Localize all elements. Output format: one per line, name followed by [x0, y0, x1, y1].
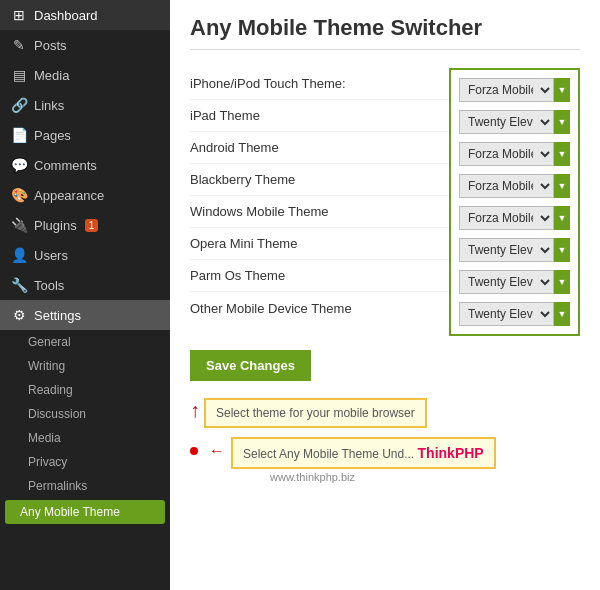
theme-labels: iPhone/iPod Touch Theme: iPad Theme Andr… — [190, 68, 449, 336]
opera-arrow-btn[interactable]: ▼ — [554, 238, 570, 262]
plugins-badge: 1 — [85, 219, 99, 232]
sidebar-item-comments[interactable]: 💬 Comments — [0, 150, 170, 180]
submenu-discussion[interactable]: Discussion — [0, 402, 170, 426]
select-android: Forza Mobile Twenty Eleven Default ▼ — [459, 140, 570, 168]
tools-icon: 🔧 — [10, 277, 28, 293]
sidebar-item-label: Settings — [34, 308, 81, 323]
android-arrow-btn[interactable]: ▼ — [554, 142, 570, 166]
select-ipad: Twenty Eleven Forza Mobile Default ▼ — [459, 108, 570, 136]
submenu-privacy[interactable]: Privacy — [0, 450, 170, 474]
theme-label-iphone: iPhone/iPod Touch Theme: — [190, 68, 449, 100]
sidebar-item-label: Links — [34, 98, 64, 113]
windows-theme-select[interactable]: Forza Mobile Twenty Eleven Default — [459, 206, 554, 230]
appearance-icon: 🎨 — [10, 187, 28, 203]
red-dot-icon — [190, 447, 198, 455]
sidebar-item-posts[interactable]: ✎ Posts — [0, 30, 170, 60]
brand-label: ThinkPHP — [418, 445, 484, 461]
sidebar-item-label: Posts — [34, 38, 67, 53]
blackberry-theme-select[interactable]: Forza Mobile Twenty Eleven Default — [459, 174, 554, 198]
plugins-icon: 🔌 — [10, 217, 28, 233]
main-content: Any Mobile Theme Switcher iPhone/iPod To… — [170, 0, 600, 590]
settings-icon: ⚙ — [10, 307, 28, 323]
posts-icon: ✎ — [10, 37, 28, 53]
sidebar-item-label: Plugins — [34, 218, 77, 233]
select-windows: Forza Mobile Twenty Eleven Default ▼ — [459, 204, 570, 232]
pages-icon: 📄 — [10, 127, 28, 143]
sidebar-item-label: Tools — [34, 278, 64, 293]
links-icon: 🔗 — [10, 97, 28, 113]
theme-selects-group: Forza Mobile Twenty Eleven Default ▼ Twe… — [449, 68, 580, 336]
select-other: Twenty Eleven Forza Mobile Default ▼ — [459, 300, 570, 328]
sidebar-item-dashboard[interactable]: ⊞ Dashboard — [0, 0, 170, 30]
theme-label-ipad: iPad Theme — [190, 100, 449, 132]
opera-theme-select[interactable]: Twenty Eleven Forza Mobile Default — [459, 238, 554, 262]
page-title: Any Mobile Theme Switcher — [190, 15, 580, 50]
sidebar: ⊞ Dashboard ✎ Posts ▤ Media 🔗 Links 📄 Pa… — [0, 0, 170, 590]
sidebar-item-label: Pages — [34, 128, 71, 143]
sidebar-item-media[interactable]: ▤ Media — [0, 60, 170, 90]
iphone-theme-select[interactable]: Forza Mobile Twenty Eleven Default — [459, 78, 554, 102]
annotation-area: ↑ Select theme for your mobile browser ←… — [190, 393, 580, 483]
submenu-writing[interactable]: Writing — [0, 354, 170, 378]
media-icon: ▤ — [10, 67, 28, 83]
sidebar-item-label: Appearance — [34, 188, 104, 203]
brand-url: www.thinkphp.biz — [270, 471, 580, 483]
theme-section: iPhone/iPod Touch Theme: iPad Theme Andr… — [190, 68, 580, 336]
android-theme-select[interactable]: Forza Mobile Twenty Eleven Default — [459, 142, 554, 166]
tooltip2-box: Select Any Mobile Theme Und... ThinkPHP — [231, 437, 496, 469]
tooltip1-box: Select theme for your mobile browser — [204, 398, 427, 428]
submenu-reading[interactable]: Reading — [0, 378, 170, 402]
ipad-arrow-btn[interactable]: ▼ — [554, 110, 570, 134]
select-blackberry: Forza Mobile Twenty Eleven Default ▼ — [459, 172, 570, 200]
sidebar-item-tools[interactable]: 🔧 Tools — [0, 270, 170, 300]
theme-label-parm: Parm Os Theme — [190, 260, 449, 292]
sidebar-item-settings[interactable]: ⚙ Settings — [0, 300, 170, 330]
users-icon: 👤 — [10, 247, 28, 263]
sidebar-item-appearance[interactable]: 🎨 Appearance — [0, 180, 170, 210]
sidebar-item-pages[interactable]: 📄 Pages — [0, 120, 170, 150]
theme-label-opera: Opera Mini Theme — [190, 228, 449, 260]
tooltip2-text: Select Any Mobile Theme Und... — [243, 447, 414, 461]
left-arrow-icon: ← — [209, 442, 225, 460]
iphone-arrow-btn[interactable]: ▼ — [554, 78, 570, 102]
submenu-any-mobile-theme[interactable]: Any Mobile Theme — [5, 500, 165, 524]
select-parm: Twenty Eleven Forza Mobile Default ▼ — [459, 268, 570, 296]
blackberry-arrow-btn[interactable]: ▼ — [554, 174, 570, 198]
sidebar-item-plugins[interactable]: 🔌 Plugins 1 — [0, 210, 170, 240]
sidebar-item-label: Media — [34, 68, 69, 83]
theme-label-android: Android Theme — [190, 132, 449, 164]
sidebar-item-users[interactable]: 👤 Users — [0, 240, 170, 270]
dashboard-icon: ⊞ — [10, 7, 28, 23]
windows-arrow-btn[interactable]: ▼ — [554, 206, 570, 230]
sidebar-item-label: Users — [34, 248, 68, 263]
submenu-general[interactable]: General — [0, 330, 170, 354]
tooltip1-row: ↑ Select theme for your mobile browser — [190, 393, 580, 428]
submenu-media[interactable]: Media — [0, 426, 170, 450]
parm-theme-select[interactable]: Twenty Eleven Forza Mobile Default — [459, 270, 554, 294]
sidebar-item-links[interactable]: 🔗 Links — [0, 90, 170, 120]
other-theme-select[interactable]: Twenty Eleven Forza Mobile Default — [459, 302, 554, 326]
tooltip2-row: ← Select Any Mobile Theme Und... ThinkPH… — [190, 432, 580, 469]
save-button[interactable]: Save Changes — [190, 350, 311, 381]
parm-arrow-btn[interactable]: ▼ — [554, 270, 570, 294]
select-opera: Twenty Eleven Forza Mobile Default ▼ — [459, 236, 570, 264]
theme-label-blackberry: Blackberry Theme — [190, 164, 449, 196]
submenu-permalinks[interactable]: Permalinks — [0, 474, 170, 498]
arrow-icon-1: ↑ — [190, 399, 200, 422]
comments-icon: 💬 — [10, 157, 28, 173]
sidebar-item-label: Dashboard — [34, 8, 98, 23]
theme-label-windows: Windows Mobile Theme — [190, 196, 449, 228]
ipad-theme-select[interactable]: Twenty Eleven Forza Mobile Default — [459, 110, 554, 134]
other-arrow-btn[interactable]: ▼ — [554, 302, 570, 326]
theme-label-other: Other Mobile Device Theme — [190, 292, 449, 324]
sidebar-item-label: Comments — [34, 158, 97, 173]
select-iphone: Forza Mobile Twenty Eleven Default ▼ — [459, 76, 570, 104]
